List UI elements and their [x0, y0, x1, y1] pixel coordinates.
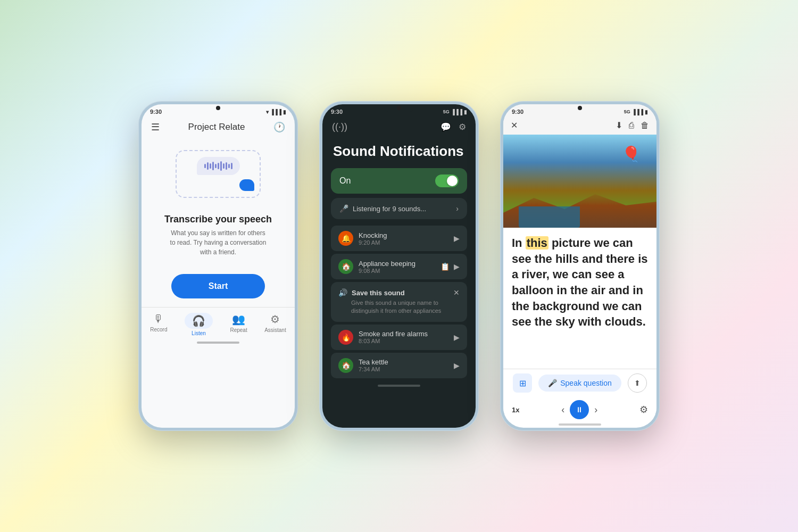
knocking-time: 9:20 AM	[359, 239, 387, 246]
sound-item-left-smoke: 🔥 Smoke and fire alarms 8:03 AM	[338, 330, 428, 345]
custom-sound-icon: 🔊	[338, 288, 347, 297]
transcribe-title: Transcribe your speech	[152, 214, 284, 225]
teakettle-time: 7:34 AM	[359, 366, 388, 372]
listen-icon-bg: 🎧	[185, 313, 213, 329]
speak-question-button[interactable]: 🎤 Speak question	[538, 375, 621, 392]
sound-item-left-knocking: 🔔 Knocking 9:20 AM	[338, 231, 387, 246]
upload-button[interactable]: ⬆	[628, 373, 647, 393]
on-toggle[interactable]	[435, 174, 459, 187]
balloon-icon: 🎈	[622, 145, 641, 163]
home-indicator-3	[559, 423, 601, 426]
wifi-icon: ▾	[266, 109, 269, 115]
previous-button[interactable]: ‹	[561, 404, 564, 415]
signal-bars-icon: ▐▐▐	[451, 109, 462, 115]
listening-row[interactable]: 🎤 Listening for 9 sounds... ›	[331, 198, 467, 219]
menu-icon[interactable]: ☰	[151, 121, 160, 133]
play-icon-appliance[interactable]: ▶	[454, 262, 460, 271]
home-indicator-2	[378, 385, 420, 387]
appliance-icon: 🏠	[338, 259, 353, 274]
play-icon-knocking[interactable]: ▶	[454, 234, 460, 243]
battery-icon-3: ▮	[645, 109, 648, 115]
nav-listen[interactable]: 🎧 Listen	[185, 313, 213, 336]
start-button[interactable]: Start	[171, 274, 265, 298]
chat-bubble-container	[176, 150, 261, 198]
speak-question-label: Speak question	[560, 379, 612, 387]
record-icon: 🎙	[153, 313, 164, 325]
home-indicator-1	[197, 342, 239, 344]
mic-icon: 🎤	[339, 204, 348, 213]
battery-icon-2: ▮	[464, 109, 467, 115]
teakettle-info: Tea kettle 7:34 AM	[359, 358, 388, 372]
transcribe-description: What you say is written for others to re…	[152, 225, 284, 260]
appliance-info: Appliance beeping 9:08 AM	[359, 260, 415, 274]
status-icons-1: ▾ ▐▐▐ ▮	[266, 109, 286, 115]
save-sound-title: Save this sound	[352, 289, 405, 297]
nav-record-label: Record	[150, 327, 167, 332]
pause-icon: ⏸	[576, 405, 583, 414]
share-icon[interactable]: ⎙	[629, 121, 634, 130]
play-pause-button[interactable]: ⏸	[570, 400, 589, 419]
time-1: 9:30	[150, 109, 162, 115]
smoke-icon: 🔥	[338, 330, 353, 345]
knocking-name: Knocking	[359, 231, 387, 239]
assistant-icon: ⚙	[270, 313, 280, 326]
smoke-info: Smoke and fire alarms 8:03 AM	[359, 330, 428, 344]
appliance-name: Appliance beeping	[359, 260, 415, 268]
bottom-navigation: 🎙 Record 🎧 Listen 👥 Repeat ⚙ Assistant	[142, 307, 295, 339]
history-icon[interactable]: 🕐	[273, 121, 285, 133]
save-sound-description: Give this sound a unique name to disting…	[338, 299, 460, 315]
5g-icon: 5G	[624, 109, 630, 114]
appliance-time: 9:08 AM	[359, 268, 415, 274]
play-icon-teakettle[interactable]: ▶	[454, 361, 460, 370]
on-toggle-row[interactable]: On	[331, 168, 467, 194]
download-icon[interactable]: ⬇	[616, 120, 622, 130]
nav-repeat-label: Repeat	[230, 327, 247, 333]
sound-item-appliance[interactable]: 🏠 Appliance beeping 9:08 AM 📋 ▶	[331, 254, 467, 279]
sound-notifications-title: Sound Notifications	[322, 139, 476, 168]
playback-settings-icon[interactable]: ⚙	[639, 404, 648, 415]
speed-label[interactable]: 1x	[512, 406, 519, 414]
play-icon-smoke[interactable]: ▶	[454, 333, 460, 342]
nav-repeat[interactable]: 👥 Repeat	[230, 313, 247, 336]
toggle-knob	[447, 176, 458, 186]
app-header-1: ☰ Project Relate 🕐	[142, 117, 295, 139]
close-icon[interactable]: ✕	[511, 120, 518, 130]
delete-icon[interactable]: 🗑	[641, 121, 649, 130]
reply-bubble	[239, 179, 254, 191]
sound-item-left-teakettle: 🏠 Tea kettle 7:34 AM	[338, 358, 388, 373]
status-icons-3: 5G ▐▐▐ ▮	[624, 109, 648, 115]
listening-text: Listening for 9 sounds...	[353, 205, 426, 213]
save-sound-left: 🔊 Save this sound	[338, 288, 405, 297]
next-button[interactable]: ›	[594, 404, 597, 415]
image-description: In this picture we can see the hills and…	[503, 228, 656, 369]
river-overlay	[519, 206, 580, 228]
app-title: Project Relate	[188, 122, 245, 132]
wave-bubble	[197, 157, 240, 175]
nav-record[interactable]: 🎙 Record	[150, 313, 167, 336]
status-icons-2: 5G ▐▐▐ ▮	[443, 109, 467, 115]
settings-icon[interactable]: ⚙	[459, 122, 466, 132]
sound-item-teakettle[interactable]: 🏠 Tea kettle 7:34 AM ▶	[331, 353, 467, 378]
camera-dot-1	[216, 106, 220, 110]
notch-3	[564, 104, 596, 112]
repeat-icon: 👥	[232, 313, 245, 326]
header-icons-3: ⬇ ⎙ 🗑	[616, 120, 649, 130]
sound-list: 🔔 Knocking 9:20 AM ▶ 🏠 Appliance beeping	[322, 226, 476, 380]
screen-button[interactable]: ⊞	[513, 373, 532, 393]
playback-controls: ‹ ⏸ ›	[561, 400, 597, 419]
on-label: On	[339, 176, 351, 186]
nav-assistant[interactable]: ⚙ Assistant	[264, 313, 286, 336]
chat-icon[interactable]: 💬	[440, 122, 451, 132]
sound-item-smoke[interactable]: 🔥 Smoke and fire alarms 8:03 AM ▶	[331, 325, 467, 350]
app-header-2: ((·)) 💬 ⚙	[322, 117, 476, 139]
nav-listen-label: Listen	[192, 330, 206, 336]
phone-3-image-description: 9:30 5G ▐▐▐ ▮ ✕ ⬇ ⎙ 🗑 🎈	[500, 101, 660, 431]
camera-dot-2	[397, 106, 401, 110]
sound-item-knocking[interactable]: 🔔 Knocking 9:20 AM ▶	[331, 226, 467, 251]
time-2: 9:30	[331, 109, 343, 115]
teakettle-name: Tea kettle	[359, 358, 388, 366]
playback-bar: 1x ‹ ⏸ › ⚙	[503, 397, 656, 421]
save-icon-appliance[interactable]: 📋	[440, 262, 450, 271]
sound-wave-icon: ((·))	[332, 121, 347, 132]
close-save-sound-button[interactable]: ✕	[453, 288, 460, 297]
